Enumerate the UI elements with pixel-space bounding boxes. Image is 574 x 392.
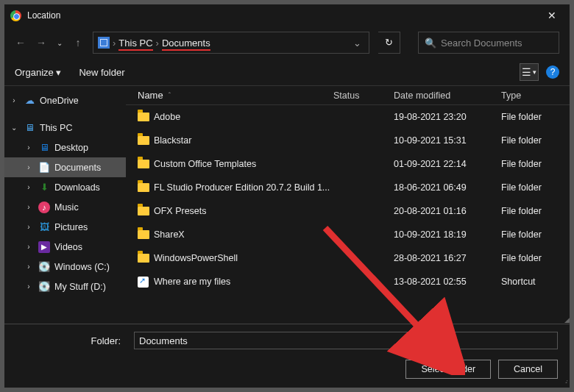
shortcut-icon (138, 277, 149, 288)
refresh-icon: ↻ (385, 37, 393, 48)
file-name: Adobe (154, 112, 333, 122)
list-item[interactable]: WindowsPowerShell28-08-2021 16:27File fo… (126, 246, 570, 270)
list-item[interactable]: ShareX10-09-2021 18:19File folder (126, 223, 570, 246)
folder-name-input[interactable] (134, 332, 558, 349)
help-button[interactable]: ? (546, 65, 559, 79)
list-item[interactable]: FL Studio Producer Edition 20.7.2 Build … (126, 176, 570, 199)
sidebar-item-thispc[interactable]: ⌄🖥This PC (4, 118, 126, 138)
address-history-button[interactable]: ⌄ (350, 38, 364, 49)
window-resize-grip[interactable]: ..· (565, 377, 567, 385)
file-date: 01-09-2021 22:14 (394, 159, 501, 169)
folder-icon (138, 113, 149, 121)
chevron-right-icon: › (24, 143, 34, 152)
cloud-icon: ☁ (24, 95, 35, 107)
sidebar-item-cdrive[interactable]: ›💽Windows (C:) (4, 257, 126, 277)
resize-grip-icon[interactable]: ◢ (564, 316, 570, 324)
file-type: File folder (501, 253, 570, 263)
desk-icon: 🖥 (38, 142, 50, 154)
file-name: ShareX (154, 229, 333, 240)
list-item[interactable]: Custom Office Templates01-09-2021 22:14F… (126, 152, 570, 176)
chevron-right-icon: › (24, 163, 34, 171)
chevron-right-icon: › (24, 282, 34, 291)
chevron-right-icon: › (24, 203, 34, 211)
chevron-right-icon: › (24, 223, 34, 231)
file-type: File folder (501, 206, 570, 216)
file-type: File folder (501, 182, 570, 193)
up-button[interactable]: ↑ (72, 37, 84, 49)
title-bar: Location ✕ (4, 4, 570, 26)
sidebar-item-onedrive[interactable]: ›☁OneDrive (4, 90, 126, 110)
down-icon: ⬇ (38, 182, 50, 193)
organize-menu[interactable]: Organize ▾ (15, 67, 61, 78)
file-date: 13-08-2021 02:55 (394, 277, 501, 287)
file-name: WindowsPowerShell (154, 253, 333, 263)
file-name: Blackstar (154, 135, 333, 146)
sidebar-item-label: Pictures (54, 222, 88, 232)
column-status[interactable]: Status (333, 90, 394, 101)
folder-icon (138, 160, 149, 168)
back-button[interactable]: ← (15, 37, 26, 49)
chevron-right-icon: › (24, 263, 34, 271)
drive-icon: 💽 (38, 261, 50, 273)
window-title: Location (27, 10, 60, 21)
file-date: 28-08-2021 16:27 (394, 253, 501, 263)
sidebar-item-documents[interactable]: ›📄Documents (4, 157, 126, 177)
file-date: 10-09-2021 15:31 (394, 135, 501, 146)
column-type[interactable]: Type (501, 90, 570, 101)
list-item[interactable]: Where are my files13-08-2021 02:55Shortc… (126, 270, 570, 293)
folder-icon (138, 254, 149, 263)
pic-icon: 🖼 (38, 221, 50, 233)
cancel-button[interactable]: Cancel (498, 360, 558, 379)
sidebar-item-label: Downloads (54, 182, 100, 193)
close-button[interactable]: ✕ (540, 7, 564, 24)
sidebar-item-label: Videos (54, 242, 82, 252)
sidebar-item-desktop[interactable]: ›🖥Desktop (4, 138, 126, 157)
file-type: Shortcut (501, 277, 570, 287)
address-bar[interactable]: › This PC › Documents ⌄ (93, 32, 369, 54)
footer: Folder: Select Folder Cancel (4, 324, 570, 388)
sidebar-item-label: Desktop (54, 143, 88, 153)
sidebar-item-videos[interactable]: ›▶Videos (4, 237, 126, 257)
file-name: Custom Office Templates (154, 159, 333, 169)
sidebar-item-ddrive[interactable]: ›💽My Stuff (D:) (4, 277, 126, 296)
list-item[interactable]: OFX Presets20-08-2021 01:16File folder (126, 199, 570, 223)
select-folder-button[interactable]: Select Folder (405, 360, 491, 379)
new-folder-button[interactable]: New folder (79, 67, 124, 78)
sidebar-item-label: Music (54, 202, 79, 213)
file-name: Where are my files (154, 277, 333, 287)
search-placeholder: Search Documents (441, 38, 522, 49)
breadcrumb: Documents (159, 38, 213, 49)
sidebar-item-label: This PC (40, 123, 72, 133)
file-name: FL Studio Producer Edition 20.7.2 Build … (154, 182, 333, 193)
doc-icon: 📄 (38, 162, 50, 174)
drive-icon: 💽 (38, 281, 50, 293)
forward-button[interactable]: → (35, 37, 47, 49)
column-date[interactable]: Date modified (394, 90, 501, 101)
search-input[interactable]: 🔍 Search Documents (418, 32, 559, 54)
list-item[interactable]: Adobe19-08-2021 23:20File folder (126, 105, 570, 129)
folder-label: Folder: (16, 335, 127, 346)
file-list: Adobe19-08-2021 23:20File folderBlacksta… (126, 105, 570, 324)
nav-row: ← → ⌄ ↑ › This PC › Documents ⌄ ↻ 🔍 Sear… (4, 26, 570, 59)
sidebar-item-music[interactable]: ›♪Music (4, 197, 126, 217)
chevron-right-icon: › (9, 96, 19, 104)
file-date: 19-08-2021 23:20 (394, 112, 501, 122)
sidebar-item-label: Documents (54, 163, 101, 173)
chevron-down-icon: ⌄ (9, 124, 19, 132)
file-name: OFX Presets (154, 206, 333, 216)
file-type: File folder (501, 135, 570, 146)
refresh-button[interactable]: ↻ (378, 32, 400, 54)
sidebar-item-pictures[interactable]: ›🖼Pictures (4, 217, 126, 237)
sort-indicator-icon: ˆ (169, 92, 171, 100)
chevron-right-icon: › (24, 183, 34, 191)
vid-icon: ▶ (38, 241, 50, 253)
list-item[interactable]: Blackstar10-09-2021 15:31File folder (126, 129, 570, 152)
breadcrumb: This PC (116, 38, 155, 49)
sidebar-item-downloads[interactable]: ›⬇Downloads (4, 177, 126, 197)
view-options-button[interactable]: ☰▾ (520, 63, 539, 81)
column-name[interactable]: Name ˆ (138, 90, 333, 101)
location-icon (98, 37, 110, 49)
recent-locations-button[interactable]: ⌄ (56, 39, 63, 47)
folder-icon (138, 207, 149, 215)
search-icon: 🔍 (425, 38, 436, 49)
